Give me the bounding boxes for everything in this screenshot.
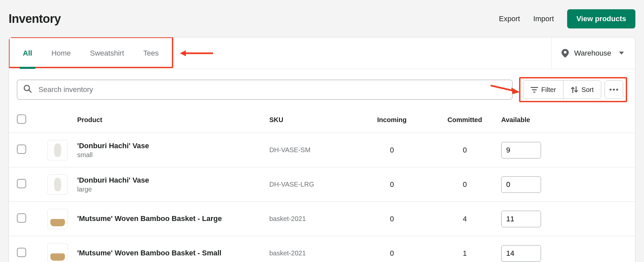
product-name: 'Donburi Hachi' Vase [77, 141, 269, 151]
col-available: Available [501, 116, 627, 124]
export-link[interactable]: Export [499, 15, 520, 23]
svg-rect-8 [532, 89, 537, 90]
sort-icon [571, 86, 578, 93]
tab-sweatshirt[interactable]: Sweatshirt [90, 38, 124, 67]
incoming-value: 0 [355, 180, 428, 189]
table-row[interactable]: 'Mutsume' Woven Bamboo Basket - Smallbas… [9, 236, 635, 262]
page-title: Inventory [9, 12, 61, 26]
select-all-checkbox[interactable] [17, 114, 26, 124]
svg-rect-7 [531, 87, 538, 88]
svg-marker-6 [511, 88, 520, 94]
svg-point-2 [564, 51, 566, 54]
available-input[interactable] [501, 176, 541, 193]
location-label: Warehouse [574, 49, 611, 58]
committed-value: 0 [428, 146, 501, 154]
location-selector[interactable]: Warehouse [551, 37, 635, 69]
tab-all[interactable]: All [23, 38, 32, 67]
row-checkbox[interactable] [17, 145, 26, 154]
product-thumbnail [47, 174, 68, 195]
svg-line-5 [491, 86, 514, 91]
tabs-highlight-box: All Home Sweatshirt Tees [9, 37, 173, 68]
product-name: 'Mutsume' Woven Bamboo Basket - Small [77, 248, 269, 258]
inventory-card: All Home Sweatshirt Tees Warehouse [9, 37, 635, 262]
product-name: 'Donburi Hachi' Vase [77, 176, 269, 185]
sort-button[interactable]: Sort [563, 80, 601, 99]
committed-value: 4 [428, 215, 501, 223]
filter-button[interactable]: Filter [523, 80, 564, 99]
svg-line-4 [29, 90, 31, 92]
svg-point-10 [610, 89, 612, 91]
search-input[interactable] [38, 85, 506, 94]
more-horizontal-icon [610, 89, 618, 91]
svg-marker-1 [180, 50, 186, 56]
committed-value: 0 [428, 180, 501, 189]
product-thumbnail [47, 243, 68, 262]
annotation-arrow-right-icon [491, 82, 520, 97]
sort-label: Sort [581, 86, 594, 94]
available-input[interactable] [501, 142, 541, 158]
incoming-value: 0 [355, 215, 428, 223]
filter-icon [531, 87, 538, 93]
row-checkbox[interactable] [17, 248, 26, 257]
toolbar: Filter Sort [9, 69, 635, 107]
row-checkbox[interactable] [17, 213, 26, 223]
committed-value: 1 [428, 249, 501, 258]
table-row[interactable]: 'Mutsume' Woven Bamboo Basket - Largebas… [9, 201, 635, 236]
row-checkbox[interactable] [17, 179, 26, 188]
page-header: Inventory Export Import View products [9, 9, 635, 28]
incoming-value: 0 [355, 146, 428, 154]
caret-down-icon [619, 52, 624, 55]
col-incoming: Incoming [355, 116, 428, 124]
svg-rect-9 [533, 92, 535, 93]
product-sku: DH-VASE-SM [269, 146, 355, 154]
annotation-arrow-left-icon [180, 37, 213, 69]
product-sku: basket-2021 [269, 249, 355, 257]
table-header: Product SKU Incoming Committed Available [9, 107, 635, 133]
import-link[interactable]: Import [533, 15, 554, 23]
product-name: 'Mutsume' Woven Bamboo Basket - Large [77, 214, 269, 224]
tab-tees[interactable]: Tees [143, 38, 159, 67]
svg-point-11 [613, 89, 615, 91]
product-thumbnail [47, 140, 68, 160]
tabs-row: All Home Sweatshirt Tees Warehouse [9, 37, 635, 69]
filter-label: Filter [541, 86, 556, 94]
location-pin-icon [562, 49, 569, 58]
col-product: Product [77, 116, 269, 124]
incoming-value: 0 [355, 249, 428, 258]
product-thumbnail [47, 209, 68, 229]
product-sku: DH-VASE-LRG [269, 181, 355, 188]
tab-home[interactable]: Home [51, 38, 71, 67]
col-sku: SKU [269, 116, 355, 124]
available-input[interactable] [501, 245, 541, 262]
product-sku: basket-2021 [269, 215, 355, 223]
search-icon [23, 84, 32, 95]
product-variant: large [77, 186, 269, 193]
view-products-button[interactable]: View products [567, 9, 635, 28]
available-input[interactable] [501, 211, 541, 227]
actions-highlight-box: Filter Sort [519, 77, 627, 102]
more-actions-button[interactable] [605, 80, 623, 99]
table-row[interactable]: 'Donburi Hachi' VasesmallDH-VASE-SM00 [9, 133, 635, 167]
table-row[interactable]: 'Donburi Hachi' VaselargeDH-VASE-LRG00 [9, 167, 635, 201]
col-committed: Committed [428, 116, 501, 124]
search-field[interactable] [17, 80, 512, 100]
product-variant: small [77, 151, 269, 159]
svg-point-12 [616, 89, 618, 91]
filter-sort-group: Filter Sort [523, 80, 601, 99]
